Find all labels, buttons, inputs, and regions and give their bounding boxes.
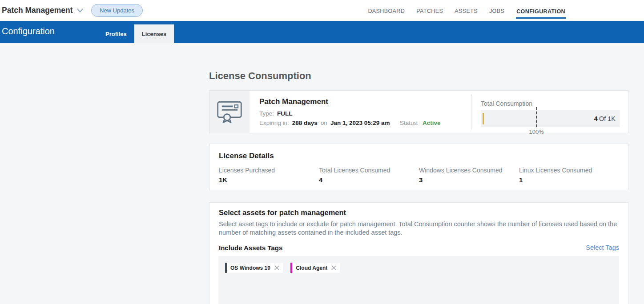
threshold-row: 100% (481, 128, 620, 136)
select-assets-card: Select assets for patch management Selec… (209, 202, 628, 304)
nav-item-jobs[interactable]: JOBS (489, 7, 504, 14)
stat-label: Total Licenses Consumed (319, 167, 419, 174)
stat-label: Linux Licenses Consumed (519, 167, 619, 174)
on-label: on (321, 120, 327, 126)
total-consumption-label: Total Consumption (481, 100, 620, 107)
section-title: Configuration (2, 26, 55, 36)
top-nav: DASHBOARD PATCHES ASSETS JOBS CONFIGURAT… (368, 0, 566, 21)
chevron-down-icon (77, 8, 83, 12)
page-title: License Consumption (209, 70, 311, 82)
new-updates-button[interactable]: New Updates (91, 4, 143, 17)
consumption-used: 4 (594, 115, 598, 122)
stat-linux-consumed: Linux Licenses Consumed 1 (519, 167, 619, 184)
consumption-bar: 4Of 1K (481, 110, 620, 127)
configuration-header-bar: Configuration Profiles Licenses (0, 21, 644, 43)
nav-item-assets[interactable]: ASSETS (455, 7, 478, 14)
app-title: Patch Management (2, 6, 72, 15)
stat-value: 4 (319, 176, 419, 184)
consumption-of-label: Of (599, 115, 606, 122)
stat-label: Windows Licenses Consumed (419, 167, 519, 174)
consumption-fill (483, 113, 484, 124)
top-header: Patch Management New Updates DASHBOARD P… (0, 0, 644, 21)
consumption-threshold-marker (536, 107, 537, 127)
threshold-label: 100% (529, 128, 544, 135)
app-switcher[interactable]: Patch Management (2, 0, 83, 21)
stat-total-consumed: Total Licenses Consumed 4 (319, 167, 419, 184)
consumption-count: 4Of 1K (594, 115, 616, 122)
license-details-title: License Details (219, 152, 274, 160)
select-assets-description: Select asset tags to include or exclude … (219, 220, 624, 236)
status-value: Active (423, 120, 441, 126)
stat-value: 1K (219, 176, 319, 184)
stat-licenses-purchased: Licenses Purchased 1K (219, 167, 319, 184)
configuration-tabs: Profiles Licenses (98, 24, 174, 43)
consumption-total: 1K (608, 115, 616, 122)
certificate-icon (217, 100, 242, 124)
nav-item-dashboard[interactable]: DASHBOARD (368, 7, 405, 14)
card-divider (471, 94, 472, 129)
include-assets-tags-label: Include Assets Tags (219, 244, 282, 252)
stat-label: Licenses Purchased (219, 167, 319, 174)
tab-profiles[interactable]: Profiles (98, 24, 134, 43)
type-value: FULL (277, 110, 293, 117)
stat-value: 3 (419, 176, 519, 184)
asset-tag-label: OS Windows 10 (230, 265, 270, 271)
expiring-label: Expiring in: (259, 120, 289, 126)
license-icon-box (209, 91, 250, 133)
nav-item-patches[interactable]: PATCHES (416, 7, 443, 14)
remove-tag-icon[interactable] (331, 265, 336, 270)
license-summary-card: Patch Management Type: FULL Expiring in:… (209, 90, 628, 133)
select-assets-title: Select assets for patch management (219, 208, 346, 217)
expiring-date: Jan 1, 2023 05:29 am (330, 120, 390, 126)
asset-tag-chip: OS Windows 10 (225, 263, 283, 273)
nav-item-configuration[interactable]: CONFIGURATION (516, 8, 566, 19)
screen: Patch Management New Updates DASHBOARD P… (0, 0, 644, 304)
included-tags-container: OS Windows 10 Cloud Agent (218, 256, 619, 304)
license-name: Patch Management (259, 97, 328, 106)
expiring-days: 288 days (292, 120, 318, 126)
license-status-row: Status: Active (400, 120, 441, 126)
license-stats: Licenses Purchased 1K Total Licenses Con… (219, 167, 619, 184)
total-consumption-panel: Total Consumption 4Of 1K 100% (481, 100, 620, 136)
tab-licenses[interactable]: Licenses (134, 24, 174, 43)
type-label: Type: (259, 110, 274, 117)
stat-windows-consumed: Windows Licenses Consumed 3 (419, 167, 519, 184)
select-tags-link[interactable]: Select Tags (586, 244, 619, 251)
stat-value: 1 (519, 176, 619, 184)
asset-tag-label: Cloud Agent (296, 265, 327, 271)
license-expiry-row: Expiring in: 288 days on Jan 1, 2023 05:… (259, 120, 390, 126)
license-type-row: Type: FULL (259, 110, 293, 117)
asset-tag-chip: Cloud Agent (290, 263, 340, 273)
remove-tag-icon[interactable] (274, 265, 279, 270)
license-details-card: License Details Licenses Purchased 1K To… (209, 144, 628, 190)
status-label: Status: (400, 120, 419, 126)
